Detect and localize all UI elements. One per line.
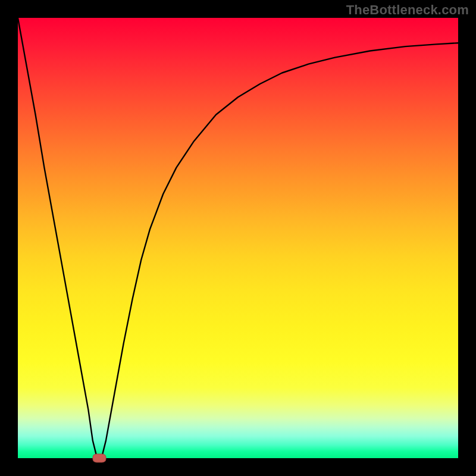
bottleneck-curve (18, 18, 458, 458)
optimal-point-marker (92, 454, 106, 463)
plot-area (18, 18, 458, 458)
chart-frame: TheBottleneck.com (0, 0, 476, 476)
watermark-text: TheBottleneck.com (346, 2, 469, 18)
